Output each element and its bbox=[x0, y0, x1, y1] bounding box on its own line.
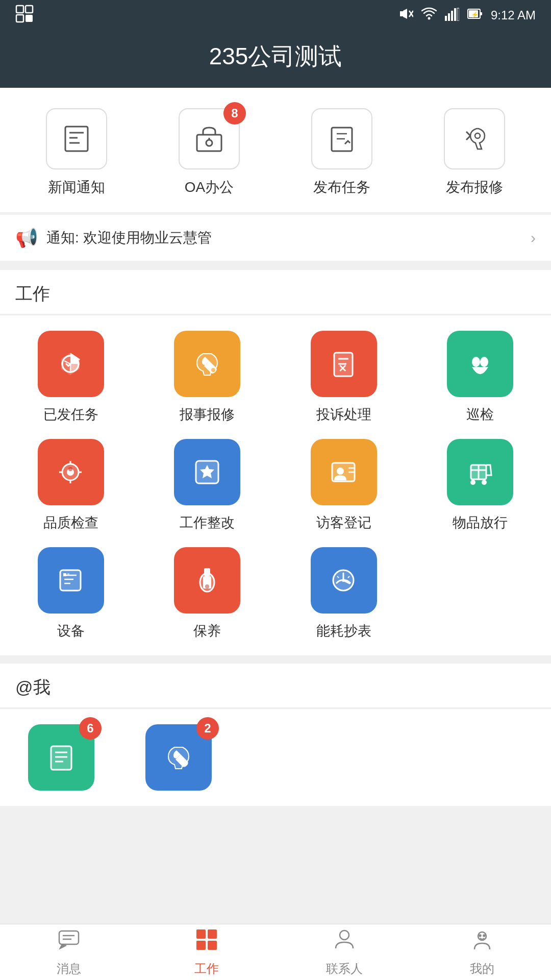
svg-point-68 bbox=[205, 584, 209, 589]
time-display: 9:12 AM bbox=[491, 8, 536, 22]
work-grid: 已发任务 报事报修 ✕ bbox=[0, 315, 551, 655]
work-item-equipment[interactable]: 设备 bbox=[10, 547, 132, 640]
oa-icon: 8 bbox=[179, 108, 240, 169]
svg-rect-83 bbox=[208, 929, 217, 939]
svg-line-28 bbox=[466, 132, 470, 136]
svg-point-89 bbox=[480, 935, 481, 936]
messages-nav-label: 消息 bbox=[57, 961, 81, 977]
status-bar: ⚡ 9:12 AM bbox=[0, 0, 551, 31]
oa-label: OA办公 bbox=[185, 178, 234, 197]
svg-point-46 bbox=[68, 467, 72, 471]
svg-marker-4 bbox=[403, 9, 407, 19]
energy-label: 能耗抄表 bbox=[316, 622, 371, 640]
svg-rect-12 bbox=[454, 8, 456, 21]
quality-icon bbox=[38, 439, 104, 505]
svg-point-39 bbox=[480, 357, 488, 367]
svg-line-29 bbox=[466, 136, 470, 140]
work-item-repair-report[interactable]: 报事报修 bbox=[147, 331, 268, 424]
visitor-icon bbox=[311, 439, 377, 505]
svg-rect-75 bbox=[51, 746, 71, 770]
sent-tasks-label: 已发任务 bbox=[43, 405, 98, 424]
quick-action-news[interactable]: 新闻通知 bbox=[26, 108, 128, 197]
svg-point-38 bbox=[472, 357, 480, 367]
svg-point-90 bbox=[484, 935, 485, 936]
announcement-icon: 📢 bbox=[15, 227, 38, 249]
svg-rect-84 bbox=[196, 941, 206, 950]
battery-icon: ⚡ bbox=[467, 7, 483, 24]
mute-icon bbox=[399, 7, 413, 24]
svg-rect-22 bbox=[197, 135, 221, 151]
visitor-label: 访客登记 bbox=[316, 513, 371, 532]
svg-rect-13 bbox=[457, 8, 459, 21]
chat-icon bbox=[57, 928, 81, 957]
header-title: 235公司测试 bbox=[209, 43, 342, 69]
mine-nav-label: 我的 bbox=[470, 961, 494, 977]
svg-rect-79 bbox=[59, 931, 79, 944]
svg-point-8 bbox=[428, 17, 430, 20]
svg-point-30 bbox=[475, 133, 480, 138]
nav-item-contacts[interactable]: 联系人 bbox=[293, 928, 395, 977]
bottom-spacer bbox=[0, 806, 551, 867]
work-item-maintenance[interactable]: 保养 bbox=[147, 547, 268, 640]
oa-badge: 8 bbox=[223, 102, 246, 125]
patrol-icon bbox=[447, 331, 513, 397]
goods-label: 物品放行 bbox=[453, 513, 508, 532]
work-reform-label: 工作整改 bbox=[180, 513, 235, 532]
repair-icon bbox=[444, 108, 505, 169]
equipment-label: 设备 bbox=[57, 622, 85, 640]
quick-actions: 新闻通知 8 OA办公 发布任务 bbox=[0, 88, 551, 213]
work-item-work-reform[interactable]: 工作整改 bbox=[147, 439, 268, 532]
contacts-icon bbox=[333, 928, 356, 957]
svg-point-23 bbox=[206, 140, 212, 146]
work-item-empty bbox=[420, 547, 541, 640]
svg-point-72 bbox=[342, 579, 345, 582]
quick-action-oa[interactable]: 8 OA办公 bbox=[158, 108, 260, 197]
app-header: 235公司测试 bbox=[0, 31, 551, 88]
notification-text: 通知: 欢迎使用物业云慧管 bbox=[46, 228, 522, 248]
svg-rect-0 bbox=[16, 6, 23, 13]
quick-action-repair[interactable]: 发布报修 bbox=[423, 108, 525, 197]
work-item-visitor[interactable]: 访客登记 bbox=[283, 439, 405, 532]
repair-report-icon bbox=[174, 331, 240, 397]
work-item-patrol[interactable]: 巡检 bbox=[420, 331, 541, 424]
nav-item-work[interactable]: 工作 bbox=[156, 928, 258, 977]
svg-point-86 bbox=[340, 930, 349, 940]
at-repair-icon: 2 bbox=[145, 724, 212, 791]
quick-action-task[interactable]: 发布任务 bbox=[291, 108, 393, 197]
at-section-title: @我 bbox=[0, 664, 551, 708]
energy-icon bbox=[311, 547, 377, 614]
bottom-nav: 消息 工作 联系人 bbox=[0, 924, 551, 980]
svg-rect-11 bbox=[451, 11, 453, 21]
svg-rect-2 bbox=[16, 15, 23, 22]
chevron-right-icon: › bbox=[531, 229, 536, 247]
svg-rect-5 bbox=[400, 11, 403, 16]
complaint-label: 投诉处理 bbox=[316, 405, 371, 424]
maintenance-icon bbox=[174, 547, 240, 614]
maintenance-label: 保养 bbox=[193, 622, 221, 640]
svg-rect-18 bbox=[65, 127, 88, 151]
svg-point-56 bbox=[470, 480, 475, 485]
quality-label: 品质检查 bbox=[43, 513, 98, 532]
app-icon bbox=[15, 5, 34, 27]
svg-rect-9 bbox=[445, 16, 447, 21]
at-grid: 6 2 bbox=[0, 709, 551, 806]
work-item-sent-tasks[interactable]: 已发任务 bbox=[10, 331, 132, 424]
work-item-complaint[interactable]: ✕ 投诉处理 bbox=[283, 331, 405, 424]
work-reform-icon bbox=[174, 439, 240, 505]
goods-icon bbox=[447, 439, 513, 505]
nav-item-mine[interactable]: 我的 bbox=[431, 928, 533, 977]
sent-tasks-icon bbox=[38, 331, 104, 397]
work-item-energy[interactable]: 能耗抄表 bbox=[283, 547, 405, 640]
nav-item-messages[interactable]: 消息 bbox=[18, 928, 120, 977]
complaint-icon: ✕ bbox=[311, 331, 377, 397]
at-item-news[interactable]: 6 bbox=[10, 724, 112, 791]
work-item-goods[interactable]: 物品放行 bbox=[420, 439, 541, 532]
at-repair-badge: 2 bbox=[196, 717, 219, 740]
svg-point-57 bbox=[482, 480, 487, 485]
at-item-repair[interactable]: 2 bbox=[128, 724, 230, 791]
repair-label: 发布报修 bbox=[446, 178, 503, 197]
svg-point-50 bbox=[337, 468, 344, 475]
svg-rect-10 bbox=[448, 13, 450, 21]
notification-banner[interactable]: 📢 通知: 欢迎使用物业云慧管 › bbox=[0, 215, 551, 262]
work-item-quality[interactable]: 品质检查 bbox=[10, 439, 132, 532]
